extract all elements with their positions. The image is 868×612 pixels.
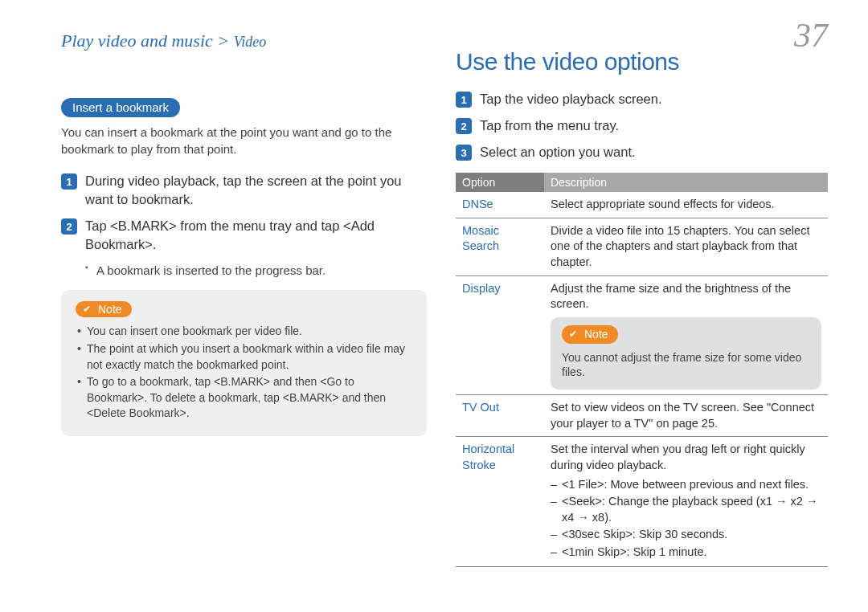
step-number-icon: 2 [61,218,77,235]
th-option: Option [456,173,544,192]
left-substep-list: A bookmark is inserted to the progress b… [85,262,427,279]
left-substep-bullet: A bookmark is inserted to the progress b… [85,262,427,279]
table-row: TV Out Set to view videos on the TV scre… [456,395,828,437]
list-item: <Seek>: Change the playback speed (x1 → … [551,494,821,525]
hstroke-list: <1 File>: Move between previous and next… [551,477,821,561]
table-row: Mosaic Search Divide a video file into 1… [456,218,828,275]
opt-hstroke-cell: Set the interval when you drag left or r… [544,437,828,567]
right-step-3: 3 Select an option you want. [456,143,828,161]
list-item: The point at which you insert a bookmark… [76,341,412,373]
step-number-icon: 2 [456,118,472,134]
list-item: You can insert one bookmark per video fi… [76,324,412,340]
section-title: Use the video options [456,48,828,75]
opt-tvout-desc: Set to view videos on the TV screen. See… [544,395,828,437]
right-column: Use the video options 1 Tap the video pl… [456,48,828,596]
options-table: Option Description DNSe Select appropria… [456,173,828,567]
left-note-list: You can insert one bookmark per video fi… [76,324,412,422]
table-row: DNSe Select appropriate sound effects fo… [456,192,828,218]
opt-display-name: Display [456,275,544,395]
list-item: <1 File>: Move between previous and next… [551,477,821,493]
left-step-1-text: During video playback, tap the screen at… [85,172,427,209]
th-description: Description [544,173,828,192]
opt-display-cell: Adjust the frame size and the brightness… [544,275,828,395]
right-step-3-text: Select an option you want. [480,143,636,161]
right-step-2-span: Tap from the menu tray. [480,118,619,133]
table-row: Horizontal Stroke Set the interval when … [456,437,828,567]
opt-hstroke-intro: Set the interval when you drag left or r… [551,443,805,471]
step-number-icon: 1 [456,92,472,108]
list-item: To go to a bookmark, tap <B.MARK> and th… [76,374,412,422]
check-icon: ✔ [80,303,93,316]
bookmark-intro: You can insert a bookmark at the point y… [61,124,427,157]
opt-mosaic-name: Mosaic Search [456,218,544,275]
note-tag: ✔ Note [562,325,618,344]
note-tag: ✔ Note [76,301,132,317]
display-note-text: You cannot adjust the frame size for som… [562,350,810,381]
step-number-icon: 3 [456,145,472,161]
display-note-box: ✔ Note You cannot adjust the frame size … [551,317,821,390]
note-label: Note [584,327,608,342]
content-columns: Insert a bookmark You can insert a bookm… [61,48,828,596]
table-row: Display Adjust the frame size and the br… [456,275,828,395]
opt-mosaic-desc: Divide a video file into 15 chapters. Yo… [544,218,828,275]
bookmark-heading-pill: Insert a bookmark [61,98,180,117]
right-step-2-text: Tap from the menu tray. [480,116,619,135]
opt-display-desc: Adjust the frame size and the brightness… [551,282,791,311]
right-step-1: 1 Tap the video playback screen. [456,90,828,108]
list-item: <1min Skip>: Skip 1 minute. [551,545,821,561]
left-step-2-text: Tap <B.MARK> from the menu tray and tap … [85,217,427,254]
left-note-box: ✔ Note You can insert one bookmark per v… [61,290,427,436]
opt-dnse-desc: Select appropriate sound effects for vid… [544,192,828,218]
left-step-2: 2 Tap <B.MARK> from the menu tray and ta… [61,217,427,254]
step-number-icon: 1 [61,173,77,190]
note-label: Note [98,303,122,316]
right-step-1-text: Tap the video playback screen. [480,90,662,108]
check-icon: ✔ [567,328,579,341]
left-step-1: 1 During video playback, tap the screen … [61,172,427,209]
left-column: Insert a bookmark You can insert a bookm… [61,48,427,596]
opt-dnse-name: DNSe [456,192,544,218]
table-header-row: Option Description [456,173,828,192]
list-item: <30sec Skip>: Skip 30 seconds. [551,527,821,543]
opt-tvout-name: TV Out [456,395,544,437]
right-step-2: 2 Tap from the menu tray. [456,116,828,135]
opt-hstroke-name: Horizontal Stroke [456,437,544,567]
breadcrumb-sub: Video [234,34,267,50]
